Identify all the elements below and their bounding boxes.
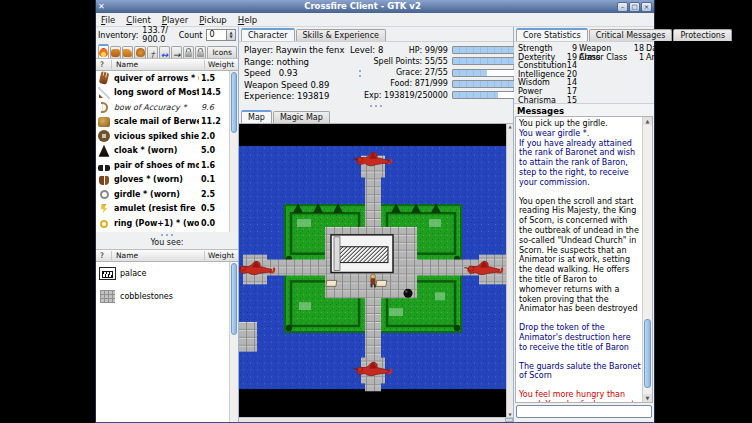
inventory-item[interactable]: bow of Accuracy *9.6 — [96, 100, 229, 115]
inventory-pane: Inventory: 133.7/ 900.0 Count 0 ▲▼ Icons… — [96, 27, 239, 422]
girdle-icon — [100, 190, 109, 199]
stat-bar-fill — [453, 58, 523, 64]
item-weight: 1.6 — [199, 161, 229, 170]
tab-character[interactable]: Character — [241, 28, 295, 41]
messages-scrollbar[interactable]: ▲ ▼ — [642, 117, 652, 402]
inventory-label: Inventory: — [98, 31, 138, 40]
ground-item[interactable]: palace — [96, 262, 229, 285]
menu-pickup[interactable]: Pickup — [199, 15, 226, 25]
pane-splitter[interactable] — [356, 45, 364, 101]
item-name: amulet (resist fire +20) * — [112, 204, 199, 213]
inventory-item[interactable]: girdle * (worn)2.5 — [96, 187, 229, 202]
menu-player[interactable]: Player — [162, 15, 188, 25]
message: You pick up the girdle. — [519, 119, 641, 129]
column-locked[interactable]: ? — [96, 60, 112, 69]
column-name[interactable]: Name — [112, 60, 205, 69]
column-weight[interactable]: Weight — [205, 251, 238, 260]
shoes-icon — [98, 165, 110, 171]
lock2-icon — [197, 51, 204, 57]
item-icon-cell — [96, 130, 112, 142]
item-weight: 5.0 — [199, 146, 229, 155]
map-fog-bottom — [239, 389, 506, 417]
map-vertical-scrollbar[interactable]: ▲▼ — [506, 124, 513, 417]
tab-protections[interactable]: Protections — [673, 29, 732, 41]
window-title: Crossfire Client - GTK v2 — [109, 0, 616, 13]
inventory-tab-icons[interactable]: Icons — [207, 46, 237, 58]
inventory-filter-lock[interactable] — [183, 46, 194, 58]
scroll-down-icon[interactable]: ▼ — [643, 394, 652, 402]
item-weight: 9.6 — [199, 103, 229, 112]
menu-help[interactable]: Help — [238, 15, 257, 25]
scrollbar-thumb[interactable] — [644, 319, 651, 387]
inventory-filter-fist[interactable] — [110, 46, 121, 58]
command-input[interactable] — [516, 405, 652, 418]
map-horizontal-scrollbar[interactable] — [239, 417, 513, 422]
palace-icon — [99, 267, 116, 280]
messages-scroll-area[interactable]: You pick up the girdle.You wear girdle *… — [516, 117, 642, 402]
inventory-item[interactable]: vicious spiked shield +12.0 — [96, 129, 229, 144]
inventory-item[interactable]: amulet (resist fire +20) *0.5 — [96, 202, 229, 217]
scrollbar-thumb[interactable] — [231, 263, 237, 335]
tab-critical-messages[interactable]: Critical Messages — [589, 29, 673, 41]
inventory-filter-swap[interactable] — [159, 46, 170, 58]
column-name[interactable]: Name — [112, 251, 205, 260]
menu-bar: FileClientPlayerPickupHelp — [96, 13, 654, 27]
item-icon-cell — [96, 218, 112, 228]
amulet-icon — [100, 204, 108, 214]
title-bar[interactable]: ✕ Crossfire Client - GTK v2 –□× — [96, 0, 654, 13]
inventory-item[interactable]: gloves * (worn)0.1 — [96, 173, 229, 188]
inventory-filter-hand[interactable] — [122, 46, 133, 58]
menu-client[interactable]: Client — [126, 15, 151, 25]
ring-icon — [100, 220, 108, 228]
game-map[interactable] — [239, 124, 506, 417]
inventory-item[interactable]: long sword of Mostrai +314.5 — [96, 86, 229, 101]
count-spinner[interactable]: 0 ▲▼ — [206, 29, 236, 41]
tab-skills-experience[interactable]: Skills & Experience — [296, 29, 386, 41]
minimize-button[interactable]: – — [617, 2, 628, 12]
stat-label: Armour — [646, 54, 682, 63]
inventory-item[interactable]: ring (Pow+1) * (worn)0.0 — [96, 216, 229, 231]
stat-bar-label: Spell Points: 55/55 — [364, 57, 452, 66]
item-icon-cell — [96, 116, 112, 127]
item-name: vicious spiked shield +1 — [112, 132, 199, 141]
item-name: cloak * (worn) — [112, 146, 199, 155]
inventory-filter-sack[interactable] — [134, 46, 145, 58]
inventory-scrollbar[interactable] — [229, 71, 238, 232]
inventory-item[interactable]: quiver of arrows * (activ1.5 — [96, 71, 229, 86]
ground-scrollbar[interactable] — [229, 262, 238, 423]
inventory-item[interactable]: cloak * (worn)5.0 — [96, 144, 229, 159]
ground-item[interactable]: cobblestones — [96, 285, 229, 308]
tab-core-statistics[interactable]: Core Statistics — [516, 28, 588, 41]
item-weight: 11.2 — [199, 117, 229, 126]
inventory-filter-dagger[interactable] — [147, 46, 158, 58]
stat-bar-row: Food: 871/999 — [364, 79, 524, 89]
inventory-filter-flame[interactable] — [98, 44, 109, 58]
count-value[interactable]: 0 — [207, 30, 226, 40]
inventory-filter-arrow[interactable] — [171, 46, 182, 58]
scroll-up-icon[interactable]: ▲ — [643, 117, 652, 125]
stat-label: Armor Class — [579, 54, 632, 63]
inventory-item[interactable]: pair of shoes of mobility1.6 — [96, 158, 229, 173]
inventory-item[interactable]: scale mail of Berwean +211.2 — [96, 115, 229, 130]
tab-map[interactable]: Map — [241, 110, 272, 123]
maximize-button[interactable]: □ — [629, 2, 640, 12]
item-icon-cell — [96, 87, 112, 99]
inventory-filter-lock2[interactable] — [195, 46, 206, 58]
palace-building — [331, 235, 393, 273]
messages-title: Messages — [514, 103, 654, 116]
item-name: bow of Accuracy * — [112, 103, 199, 112]
menu-file[interactable]: File — [101, 15, 115, 25]
column-locked[interactable]: ? — [96, 251, 112, 260]
character-stat-bars: HP: 99/99Spell Points: 55/55Grace: 27/55… — [364, 45, 526, 101]
tab-magic-map[interactable]: Magic Map — [273, 111, 330, 123]
shield-icon — [98, 130, 110, 142]
spinner-arrows-icon[interactable]: ▲▼ — [226, 30, 235, 40]
core-statistics-panel: Strength9Dexterity19Constitution14Intell… — [514, 41, 654, 103]
column-weight[interactable]: Weight — [205, 60, 238, 69]
stat-row: Armor Class1 — [579, 54, 644, 63]
hand-icon — [123, 49, 132, 57]
item-name: girdle * (worn) — [112, 190, 199, 199]
close-button[interactable]: × — [641, 2, 652, 12]
scrollbar-thumb[interactable] — [231, 72, 237, 133]
item-icon-cell — [96, 204, 112, 214]
